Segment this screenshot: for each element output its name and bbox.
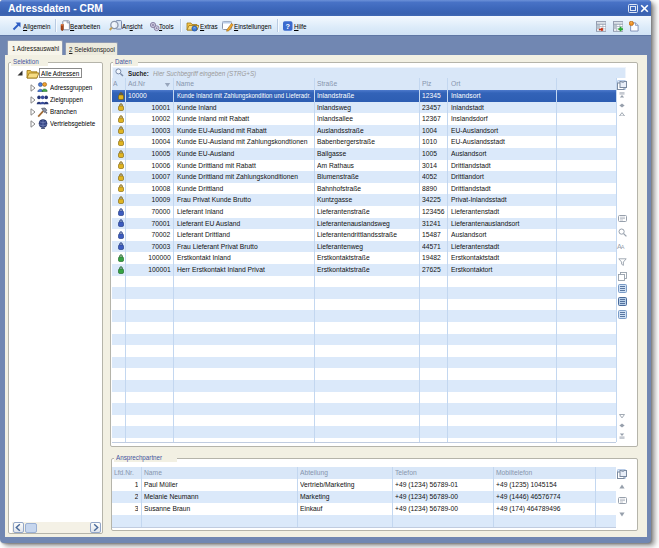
svg-text:?: ?: [286, 21, 291, 30]
